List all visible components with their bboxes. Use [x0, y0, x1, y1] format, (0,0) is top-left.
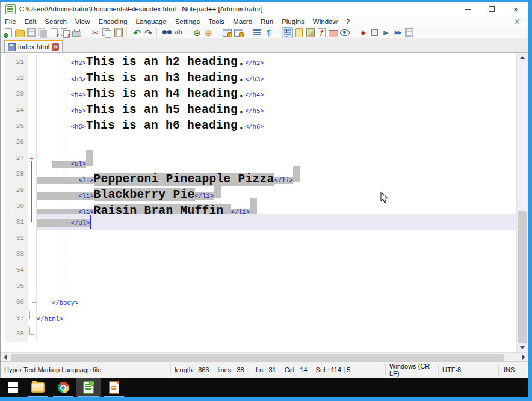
start-button-icon[interactable]	[0, 378, 25, 397]
code-content[interactable]	[37, 278, 516, 294]
print-icon[interactable]	[71, 27, 82, 38]
code-content[interactable]: <li>Pepperoni Pineapple Pizza</li>	[37, 166, 516, 182]
fold-margin[interactable]	[28, 230, 37, 246]
macro-playback-icon[interactable]: ▶	[380, 27, 392, 38]
scroll-right-icon[interactable]	[522, 355, 525, 360]
code-content[interactable]: </ul>	[37, 214, 516, 230]
macro-record-icon[interactable]: ●	[357, 27, 369, 38]
code-content[interactable]: <h6>This is an h6 heading.</h6>	[37, 118, 516, 134]
vertical-scrollbar[interactable]	[516, 53, 528, 352]
define-your-language-icon[interactable]	[293, 27, 305, 38]
copy-icon[interactable]	[101, 27, 113, 38]
code-line-35[interactable]: 35	[1, 278, 516, 294]
code-content[interactable]: <h3>This is an h3 heading.</h3>	[37, 70, 516, 87]
save-file-icon[interactable]	[25, 27, 37, 38]
code-line-32[interactable]: 32	[1, 230, 516, 246]
scroll-down-icon[interactable]	[520, 346, 525, 349]
cut-icon[interactable]: ✂	[90, 27, 101, 38]
code-content[interactable]: <li>Blackberry Pie</li>	[37, 182, 516, 198]
horizontal-scrollbar-thumb[interactable]	[11, 354, 504, 361]
sync-vertical-scrolling-icon[interactable]	[221, 27, 233, 38]
code-content[interactable]	[37, 134, 516, 150]
vertical-scrollbar-thumb[interactable]	[518, 211, 527, 343]
folder-as-workspace-icon[interactable]	[327, 27, 339, 38]
menu-file[interactable]: File	[1, 18, 20, 25]
fold-margin[interactable]	[28, 102, 37, 118]
editor-area[interactable]: 21 <h2>This is an h2 heading.</h2>22 <h3…	[1, 53, 528, 352]
close-button[interactable]: ×	[504, 2, 528, 16]
chrome-icon[interactable]	[51, 378, 76, 397]
save-all-icon[interactable]	[37, 27, 48, 38]
fold-margin[interactable]	[28, 198, 37, 214]
code-content[interactable]: <h5>This is an h5 heading.</h5>	[37, 102, 516, 118]
monitoring-icon[interactable]	[339, 27, 350, 38]
code-line-37[interactable]: 37</html>	[1, 310, 516, 326]
file-explorer-icon[interactable]	[25, 378, 51, 397]
code-content[interactable]: <h2>This is an h2 heading.</h2>	[37, 54, 516, 70]
fold-margin[interactable]	[28, 278, 37, 294]
macro-save-icon[interactable]	[403, 27, 415, 38]
fold-margin[interactable]	[28, 246, 37, 262]
menu-plugins[interactable]: Plugins	[277, 18, 309, 25]
fold-margin[interactable]	[28, 70, 37, 87]
code-content[interactable]: <h4>This is an h4 heading.</h4>	[37, 86, 516, 102]
fold-margin[interactable]	[28, 134, 37, 150]
close-document-button[interactable]: X	[515, 18, 519, 25]
menu-run[interactable]: Run	[256, 18, 277, 25]
tab-close-icon[interactable]: ✕	[52, 43, 59, 51]
code-content[interactable]	[37, 230, 516, 246]
menu-tools[interactable]: Tools	[204, 18, 229, 25]
code-content[interactable]	[37, 326, 516, 342]
code-line-27[interactable]: 27 <ul>	[1, 150, 516, 167]
code-content[interactable]: <li>Raisin Bran Muffin </li>	[37, 198, 516, 214]
paste-icon[interactable]	[113, 27, 124, 38]
close-file-icon[interactable]: x	[48, 27, 60, 38]
sync-horizontal-scrolling-icon[interactable]	[233, 27, 244, 38]
status-encoding[interactable]: UTF-8	[439, 364, 499, 376]
scroll-up-icon[interactable]	[520, 56, 525, 59]
fold-collapse-icon[interactable]	[29, 156, 34, 161]
find-icon[interactable]	[161, 27, 173, 38]
show-all-characters-icon[interactable]: ¶	[263, 27, 274, 38]
status-eol-format[interactable]: Windows (CR LF)	[386, 364, 439, 376]
code-line-28[interactable]: 28 <li>Pepperoni Pineapple Pizza</li>	[1, 166, 516, 182]
macro-run-multiple-icon[interactable]: ▶▶	[392, 27, 403, 38]
fold-margin[interactable]	[28, 182, 37, 198]
zoom-in-icon[interactable]: ⊕	[191, 27, 203, 38]
menu-encoding[interactable]: Encoding	[94, 18, 132, 25]
code-content[interactable]: </body>	[37, 294, 516, 310]
menu-view[interactable]: View	[71, 18, 94, 25]
close-all-icon[interactable]: x	[60, 27, 71, 38]
show-indent-guide-icon[interactable]	[282, 27, 293, 38]
code-line-31[interactable]: 31 </ul>	[1, 214, 516, 230]
macro-stop-icon[interactable]	[369, 27, 380, 38]
code-line-30[interactable]: 30 <li>Raisin Bran Muffin </li>	[1, 198, 516, 214]
new-file-icon[interactable]	[2, 27, 14, 38]
menu-macro[interactable]: Macro	[229, 18, 256, 25]
fold-margin[interactable]	[28, 262, 37, 278]
code-line-25[interactable]: 25 <h6>This is an h6 heading.</h6>	[1, 118, 516, 134]
open-file-icon[interactable]	[14, 27, 25, 38]
menu-language[interactable]: Language	[131, 18, 170, 25]
menu-window[interactable]: Window	[309, 18, 342, 25]
redo-icon[interactable]: ↷	[143, 27, 154, 38]
zoom-out-icon[interactable]: ⊖	[203, 27, 214, 38]
fold-margin[interactable]	[28, 54, 37, 70]
fold-margin[interactable]	[28, 86, 37, 102]
code-line-21[interactable]: 21 <h2>This is an h2 heading.</h2>	[1, 54, 516, 70]
code-line-26[interactable]: 26	[1, 134, 516, 150]
code-line-34[interactable]: 34	[1, 262, 516, 278]
replace-icon[interactable]: ab	[173, 27, 184, 38]
function-list-icon[interactable]	[316, 27, 327, 38]
code-line-33[interactable]: 33	[1, 246, 516, 262]
horizontal-scrollbar[interactable]	[1, 352, 528, 362]
fold-margin[interactable]	[28, 118, 37, 134]
minimize-button[interactable]	[456, 2, 480, 16]
fold-margin[interactable]	[28, 166, 37, 182]
code-line-23[interactable]: 23 <h4>This is an h4 heading.</h4>	[1, 86, 516, 102]
status-insert-mode[interactable]: INS	[499, 364, 528, 376]
code-content[interactable]	[37, 262, 516, 278]
word-wrap-icon[interactable]	[252, 27, 263, 38]
code-line-38[interactable]: 38	[1, 326, 516, 342]
restore-button[interactable]	[480, 2, 504, 16]
